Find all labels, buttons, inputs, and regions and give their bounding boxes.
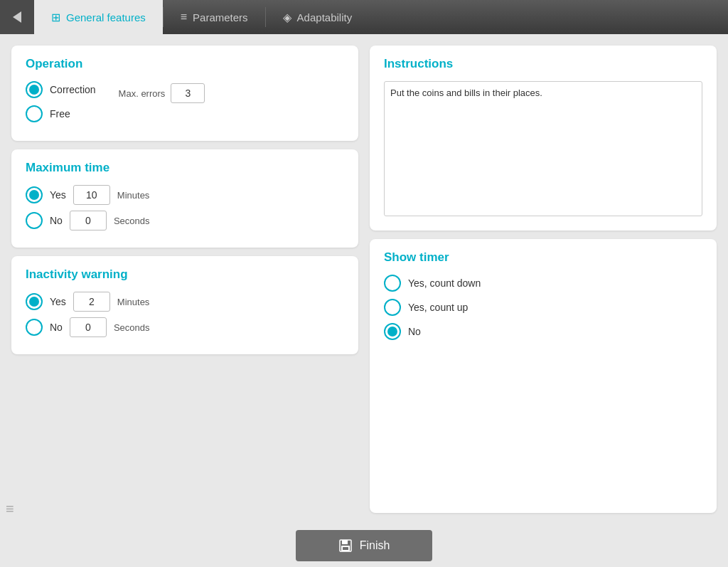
right-column: Instructions Put the coins and bills in … bbox=[370, 46, 717, 513]
show-timer-count-up-label: Yes, count up bbox=[408, 302, 468, 313]
correction-label: Correction bbox=[50, 84, 96, 95]
inactivity-no-radio[interactable] bbox=[26, 319, 43, 336]
inactivity-seconds-label: Seconds bbox=[114, 322, 150, 333]
free-radio[interactable] bbox=[26, 105, 43, 122]
correction-radio[interactable] bbox=[26, 81, 43, 98]
watermark-icon: ≡ bbox=[6, 501, 14, 517]
inactivity-yes-radio-fill bbox=[29, 297, 39, 307]
max-time-yes-radio[interactable] bbox=[26, 186, 43, 203]
max-errors-label: Max. errors bbox=[119, 88, 166, 99]
inactivity-yes-row: Yes Minutes bbox=[26, 292, 344, 312]
max-errors-section: Max. errors bbox=[119, 83, 205, 103]
back-arrow-icon bbox=[13, 11, 21, 23]
bottom-bar: Finish bbox=[0, 524, 728, 567]
finish-label: Finish bbox=[360, 539, 390, 552]
max-errors-input[interactable] bbox=[171, 83, 205, 103]
max-time-yes-row: Yes Minutes bbox=[26, 185, 344, 205]
inactivity-warning-card: Inactivity warning Yes Minutes No Second… bbox=[11, 256, 358, 354]
finish-button[interactable]: Finish bbox=[296, 530, 433, 561]
maximum-time-title: Maximum time bbox=[26, 161, 344, 175]
correction-radio-fill bbox=[29, 85, 39, 95]
show-timer-no-radio-fill bbox=[387, 327, 397, 337]
inactivity-no-label: No bbox=[50, 322, 63, 333]
tab-parameters[interactable]: ≡ Parameters bbox=[164, 0, 265, 34]
inactivity-minutes-label: Minutes bbox=[117, 297, 150, 307]
max-time-no-row: No Seconds bbox=[26, 211, 344, 230]
instructions-title: Instructions bbox=[384, 57, 702, 71]
free-radio-row: Free bbox=[26, 105, 344, 122]
tab-parameters-label: Parameters bbox=[193, 11, 248, 23]
operation-card: Operation Correction Max. errors Free bbox=[11, 46, 358, 141]
svg-rect-1 bbox=[342, 540, 348, 544]
inactivity-warning-title: Inactivity warning bbox=[26, 267, 344, 282]
top-navigation: ⊞ General features ≡ Parameters ◈ Adapta… bbox=[0, 0, 728, 34]
max-time-yes-radio-fill bbox=[29, 190, 39, 200]
show-timer-count-up-row: Yes, count up bbox=[384, 299, 702, 316]
inactivity-minutes-input[interactable] bbox=[73, 292, 110, 312]
operation-correction-row: Correction Max. errors bbox=[26, 81, 344, 105]
tab-general-features-label: General features bbox=[66, 11, 146, 23]
maximum-time-card: Maximum time Yes Minutes No Seconds bbox=[11, 149, 358, 248]
correction-radio-group: Correction bbox=[26, 81, 96, 98]
adaptability-icon: ◈ bbox=[283, 11, 291, 24]
instructions-card: Instructions Put the coins and bills in … bbox=[370, 46, 717, 230]
back-button[interactable] bbox=[0, 0, 34, 34]
max-time-seconds-input[interactable] bbox=[70, 211, 107, 230]
operation-title: Operation bbox=[26, 57, 344, 71]
max-time-minutes-label: Minutes bbox=[117, 190, 150, 201]
inactivity-yes-radio[interactable] bbox=[26, 293, 43, 310]
free-label: Free bbox=[50, 108, 70, 120]
general-features-icon: ⊞ bbox=[51, 11, 60, 24]
show-timer-card: Show timer Yes, count down Yes, count up… bbox=[370, 239, 717, 513]
max-time-no-label: No bbox=[50, 215, 63, 226]
svg-rect-3 bbox=[343, 547, 348, 550]
tab-general-features[interactable]: ⊞ General features bbox=[34, 0, 163, 34]
instructions-textarea[interactable]: Put the coins and bills in their places. bbox=[384, 81, 702, 216]
max-time-seconds-label: Seconds bbox=[114, 216, 150, 226]
show-timer-no-label: No bbox=[408, 326, 421, 337]
max-time-yes-label: Yes bbox=[50, 189, 66, 201]
left-column: Operation Correction Max. errors Free bbox=[11, 46, 358, 513]
floppy-disk-icon bbox=[338, 539, 353, 553]
show-timer-count-down-label: Yes, count down bbox=[408, 277, 481, 289]
show-timer-count-up-radio[interactable] bbox=[384, 299, 401, 316]
show-timer-count-down-row: Yes, count down bbox=[384, 275, 702, 292]
show-timer-count-down-radio[interactable] bbox=[384, 275, 401, 292]
tab-adaptability-label: Adaptability bbox=[297, 11, 353, 23]
max-time-no-radio[interactable] bbox=[26, 212, 43, 229]
parameters-icon: ≡ bbox=[181, 11, 187, 23]
tab-adaptability[interactable]: ◈ Adaptability bbox=[266, 0, 370, 34]
inactivity-yes-label: Yes bbox=[50, 296, 66, 307]
main-content: Operation Correction Max. errors Free bbox=[0, 34, 728, 524]
inactivity-seconds-input[interactable] bbox=[70, 317, 107, 337]
inactivity-no-row: No Seconds bbox=[26, 317, 344, 337]
show-timer-title: Show timer bbox=[384, 250, 702, 265]
max-time-minutes-input[interactable] bbox=[73, 185, 110, 205]
show-timer-no-row: No bbox=[384, 323, 702, 340]
show-timer-no-radio[interactable] bbox=[384, 323, 401, 340]
